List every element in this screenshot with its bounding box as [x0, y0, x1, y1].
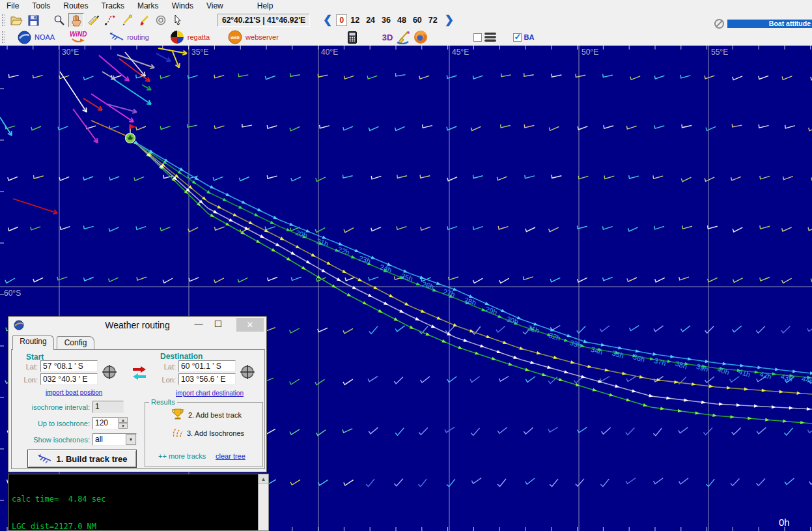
build-track-tree-button[interactable]: 1. Build track tree: [27, 450, 137, 468]
wind-barb: [603, 74, 613, 78]
more-tracks-button[interactable]: ++ more tracks: [158, 452, 206, 460]
start-pick-position-button[interactable]: [102, 364, 117, 380]
console-scrollbar[interactable]: ▲: [258, 474, 268, 530]
menu-tracks[interactable]: Tracks: [94, 1, 131, 11]
menu-routes[interactable]: Routes: [57, 1, 94, 11]
timestep-48[interactable]: 48: [397, 16, 406, 25]
wind-barb: [809, 478, 812, 484]
clean-button[interactable]: [396, 30, 412, 44]
up-to-spin-down[interactable]: ▼: [119, 423, 128, 429]
menu-marks[interactable]: Marks: [131, 1, 165, 11]
open-file-button[interactable]: [8, 13, 24, 27]
menu-file[interactable]: File: [0, 1, 25, 11]
next-timestep-button[interactable]: ❯: [441, 14, 458, 27]
track-step-marker: [441, 339, 447, 344]
track-step-marker: [765, 418, 770, 422]
add-best-track-button[interactable]: 2. Add best track: [188, 411, 242, 419]
dialog-titlebar[interactable]: Weather routing — ☐ ✕: [8, 317, 266, 334]
wind-barb: [214, 278, 224, 283]
tab-routing[interactable]: Routing: [12, 335, 54, 350]
dest-lon-field[interactable]: 103 °56.6 ' E: [178, 373, 236, 385]
noaa-button[interactable]: [16, 30, 32, 44]
up-to-isochrone-field[interactable]: 120: [92, 417, 119, 429]
track-step-marker: [513, 356, 518, 360]
scroll-up-arrow[interactable]: ▲: [259, 474, 268, 484]
add-isochrones-button[interactable]: 3. Add Isochrones: [187, 429, 244, 437]
timestep-60[interactable]: 60: [413, 16, 422, 25]
wind-barb: [549, 126, 559, 130]
start-lon-field[interactable]: 032 °40.3 ' E: [40, 373, 98, 385]
wind-barb: [290, 379, 300, 384]
timestep-72[interactable]: 72: [428, 16, 438, 25]
timestep-24[interactable]: 24: [366, 16, 375, 25]
wind-barb: [604, 176, 614, 179]
dest-pick-position-button[interactable]: [240, 364, 255, 380]
isochrone-interval-field[interactable]: 1: [92, 401, 124, 413]
route-tool-button[interactable]: [102, 13, 118, 27]
wind-barb: [265, 76, 275, 79]
browser-button[interactable]: [413, 30, 428, 44]
measure-tool-button[interactable]: [85, 13, 101, 27]
noaa-globe-icon: [18, 31, 31, 44]
track-step-marker: [709, 384, 714, 388]
regatta-label[interactable]: regatta: [188, 33, 210, 41]
boat-attitude-banner[interactable]: Boat attitude: [727, 20, 812, 28]
clear-tree-link[interactable]: clear tree: [216, 452, 245, 460]
wind-barb: [344, 76, 354, 79]
dest-lon-label: Lon:: [159, 376, 176, 384]
routing-label[interactable]: routing: [127, 33, 149, 41]
list-icon: [483, 30, 498, 44]
tab-config[interactable]: Config: [57, 336, 94, 350]
regatta-button[interactable]: [169, 30, 185, 44]
track-step-marker: [723, 362, 727, 366]
import-boat-position-link[interactable]: import boat position: [46, 389, 102, 396]
up-to-spin-up[interactable]: ▲: [119, 417, 128, 423]
wind-barb: [109, 278, 119, 281]
timestep-current[interactable]: 0: [336, 14, 347, 26]
wind-barb: [757, 479, 766, 486]
toolbar-grip[interactable]: [1, 14, 5, 27]
maximize-button[interactable]: ☐: [210, 319, 226, 329]
menu-winds[interactable]: Winds: [165, 1, 200, 11]
swap-start-destination-button[interactable]: [132, 364, 147, 381]
timestep-36[interactable]: 36: [382, 16, 391, 25]
wind-barb: [785, 125, 795, 128]
track-step-marker: [210, 214, 215, 219]
close-button[interactable]: ✕: [236, 318, 264, 332]
wind-barb: [760, 225, 770, 229]
menu-view[interactable]: View: [200, 1, 230, 11]
save-button[interactable]: [25, 13, 41, 27]
track-step-marker: [290, 251, 296, 257]
menu-tools[interactable]: Tools: [25, 1, 57, 11]
import-chart-destination-link[interactable]: import chart destination: [176, 390, 244, 397]
select-tool-button[interactable]: [170, 13, 186, 27]
wind-barb: [785, 478, 794, 485]
ba-checkbox[interactable]: [513, 33, 522, 42]
mark-tool-button[interactable]: [119, 13, 135, 27]
track-step-marker: [775, 367, 779, 371]
timestep-12[interactable]: 12: [350, 16, 359, 25]
previous-timestep-button[interactable]: ❮: [319, 14, 336, 27]
zoom-tool-button[interactable]: [51, 13, 67, 27]
start-lat-field[interactable]: 57 °08.1 ' S: [40, 360, 98, 372]
poi-tool-button[interactable]: [136, 13, 152, 27]
routing-button[interactable]: [109, 30, 124, 44]
calculator-button[interactable]: [344, 30, 360, 44]
webserver-button[interactable]: web: [227, 30, 243, 44]
wind-barb: [603, 226, 613, 229]
wind-barb: [627, 278, 637, 281]
noaa-label[interactable]: NOAA: [35, 33, 55, 41]
menu-help[interactable]: Help: [251, 1, 280, 11]
wind-barb: [629, 175, 639, 179]
minimize-button[interactable]: —: [191, 319, 206, 328]
wind-plugin-button[interactable]: WiND: [67, 30, 89, 44]
wind-barb: [630, 326, 639, 331]
webserver-label[interactable]: webserver: [245, 33, 279, 41]
show-isochrones-dropdown-arrow[interactable]: ▼: [126, 434, 136, 445]
pan-tool-button[interactable]: [68, 13, 84, 27]
target-tool-button[interactable]: [153, 13, 169, 27]
toolbar-grip[interactable]: [1, 31, 5, 44]
dest-lat-field[interactable]: 60 °01.1 ' S: [178, 360, 236, 372]
grib-list-checkbox[interactable]: [473, 33, 482, 42]
3d-view-button[interactable]: 3D: [382, 33, 393, 42]
